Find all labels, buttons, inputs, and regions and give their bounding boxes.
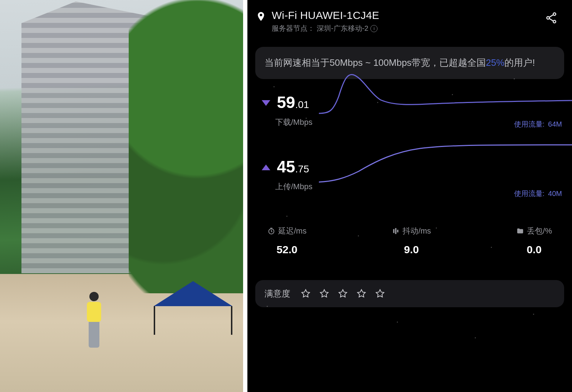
jitter-metric: 抖动/ms 9.0 xyxy=(392,226,431,256)
upload-graph xyxy=(319,140,572,183)
star-3[interactable] xyxy=(337,288,348,299)
upload-triangle-icon xyxy=(262,165,270,170)
folder-icon xyxy=(516,227,524,235)
latency-metric: 延迟/ms 52.0 xyxy=(267,226,306,256)
star-2[interactable] xyxy=(319,288,330,299)
download-value: 59.01 xyxy=(277,93,309,112)
star-1[interactable] xyxy=(300,288,311,299)
context-photo xyxy=(0,0,245,392)
upload-section: 45.75 上传/Mbps 使用流量:40M xyxy=(247,145,572,209)
jitter-icon xyxy=(392,227,400,235)
download-triangle-icon xyxy=(262,100,270,106)
loss-value: 0.0 xyxy=(516,244,552,256)
download-traffic: 使用流量:64M xyxy=(514,119,562,129)
svg-rect-8 xyxy=(397,230,399,232)
clock-icon xyxy=(267,227,275,235)
rating-card: 满意度 xyxy=(255,280,564,307)
star-5[interactable] xyxy=(375,288,385,299)
svg-rect-7 xyxy=(395,228,396,234)
server-label: 服务器节点： xyxy=(272,24,315,33)
speedtest-app: Wi-Fi HUAWEI-1CJ4E 服务器节点： 深圳-广东移动-2 i 当前… xyxy=(245,0,572,392)
loss-metric: 丢包/% 0.0 xyxy=(516,226,552,256)
star-4[interactable] xyxy=(356,288,367,299)
svg-line-4 xyxy=(549,19,553,21)
download-section: 59.01 下载/Mbps 使用流量:64M xyxy=(247,80,572,141)
summary-percent: 25% xyxy=(486,57,504,68)
share-button[interactable] xyxy=(543,9,560,26)
svg-line-3 xyxy=(549,15,553,18)
summary-prefix: 当前网速相当于50Mbps ~ 100Mbps带宽，已超越全国 xyxy=(265,57,486,68)
download-graph xyxy=(319,71,572,114)
server-node[interactable]: 服务器节点： 深圳-广东移动-2 i xyxy=(272,24,543,33)
summary-suffix: 的用户! xyxy=(504,57,535,68)
upload-value: 45.75 xyxy=(277,157,309,176)
location-pin-icon xyxy=(254,9,268,24)
latency-value: 52.0 xyxy=(267,244,306,256)
wifi-name: Wi-Fi HUAWEI-1CJ4E xyxy=(272,9,543,21)
rating-label: 满意度 xyxy=(265,288,290,299)
upload-traffic: 使用流量:40M xyxy=(514,189,562,199)
svg-rect-6 xyxy=(393,229,395,233)
metrics-row: 延迟/ms 52.0 抖动/ms 9.0 丢包/% 0.0 xyxy=(247,209,572,256)
jitter-value: 9.0 xyxy=(392,244,431,256)
server-value: 深圳-广东移动-2 xyxy=(317,24,368,33)
info-icon[interactable]: i xyxy=(370,25,378,32)
